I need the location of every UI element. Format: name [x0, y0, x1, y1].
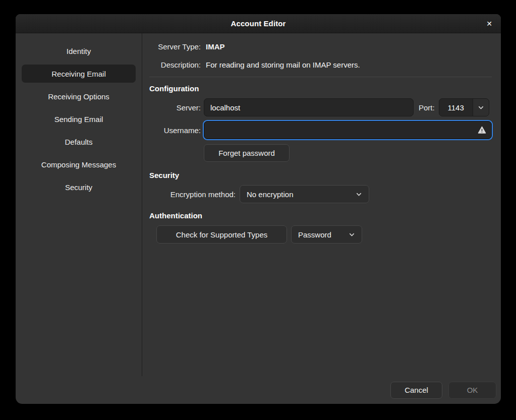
window-title: Account Editor — [231, 19, 286, 28]
auth-mechanism-value: Password — [298, 230, 331, 239]
description-value: For reading and storing mail on IMAP ser… — [206, 59, 360, 71]
chevron-down-icon — [349, 231, 355, 238]
server-label: Server: — [149, 103, 201, 112]
section-divider — [149, 77, 492, 77]
auth-mechanism-dropdown[interactable]: Password — [291, 225, 362, 244]
encryption-method-value: No encryption — [247, 190, 294, 199]
forget-password-row: Forget password — [149, 144, 492, 162]
sidebar-item-composing-messages[interactable]: Composing Messages — [22, 155, 136, 173]
main-content: Server Type: IMAP Description: For readi… — [142, 33, 501, 376]
dialog-footer: Cancel OK — [16, 376, 501, 404]
sidebar-item-security[interactable]: Security — [22, 178, 136, 196]
chevron-down-icon[interactable] — [473, 99, 489, 116]
username-input[interactable] — [204, 122, 491, 139]
ok-button[interactable]: OK — [448, 382, 496, 399]
authentication-heading: Authentication — [149, 210, 492, 221]
check-supported-types-button[interactable]: Check for Supported Types — [156, 225, 287, 244]
security-heading: Security — [149, 170, 492, 181]
configuration-heading: Configuration — [149, 83, 492, 94]
description-label: Description: — [149, 59, 201, 71]
description-row: Description: For reading and storing mai… — [149, 59, 492, 71]
sidebar-item-receiving-options[interactable]: Receiving Options — [22, 87, 136, 105]
close-button[interactable]: ✕ — [482, 17, 496, 31]
server-type-row: Server Type: IMAP — [149, 41, 492, 52]
username-label: Username: — [149, 126, 201, 135]
server-type-value: IMAP — [206, 41, 225, 52]
authentication-row: Check for Supported Types Password — [149, 225, 492, 244]
chevron-down-icon — [356, 191, 362, 198]
account-editor-dialog: Account Editor ✕ Identity Receiving Emai… — [16, 14, 501, 404]
port-combobox[interactable]: 1143 — [439, 98, 489, 116]
username-field-focused — [204, 121, 492, 139]
sidebar-item-defaults[interactable]: Defaults — [22, 133, 136, 151]
close-icon: ✕ — [486, 20, 492, 28]
titlebar[interactable]: Account Editor ✕ — [16, 14, 501, 33]
cancel-button[interactable]: Cancel — [390, 382, 442, 399]
sidebar-item-receiving-email[interactable]: Receiving Email — [22, 65, 136, 83]
server-type-label: Server Type: — [149, 41, 201, 52]
encryption-method-dropdown[interactable]: No encryption — [240, 185, 369, 203]
server-row: Server: Port: 1143 — [149, 98, 492, 116]
sidebar-item-sending-email[interactable]: Sending Email — [22, 110, 136, 128]
sidebar-item-identity[interactable]: Identity — [22, 42, 136, 60]
port-label: Port: — [419, 103, 435, 112]
sidebar: Identity Receiving Email Receiving Optio… — [16, 33, 142, 376]
encryption-row: Encryption method: No encryption — [149, 185, 492, 203]
username-row: Username: — [149, 121, 492, 139]
forget-password-button[interactable]: Forget password — [204, 144, 290, 162]
encryption-method-label: Encryption method: — [149, 190, 236, 199]
server-input[interactable] — [204, 98, 414, 116]
port-value[interactable]: 1143 — [439, 99, 473, 116]
warning-icon — [478, 126, 486, 135]
